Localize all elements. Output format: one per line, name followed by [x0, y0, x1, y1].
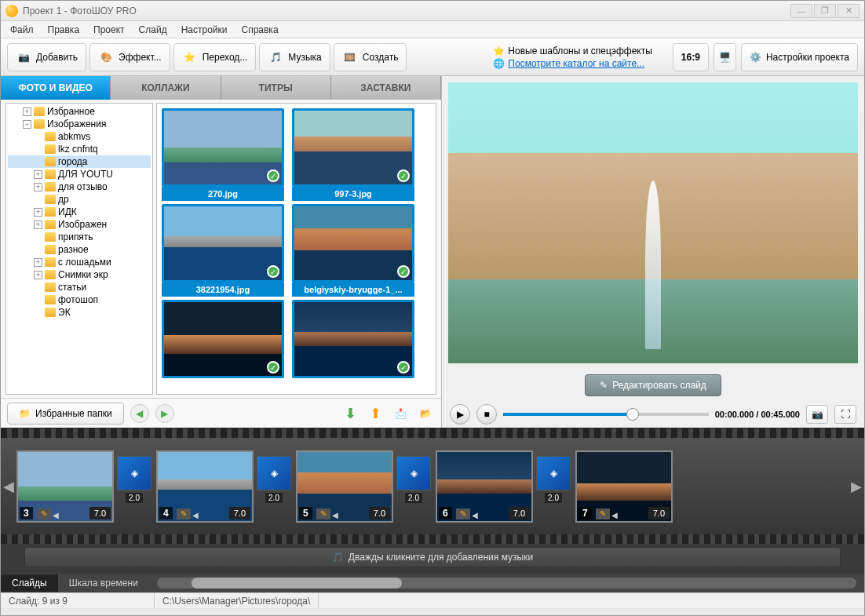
- timeline-slide[interactable]: 4✎◀7.0: [156, 450, 254, 523]
- add-button[interactable]: 📷Добавить: [7, 43, 86, 71]
- close-button[interactable]: ✕: [838, 4, 860, 18]
- left-panel: ФОТО И ВИДЕО КОЛЛАЖИ ТИТРЫ ЗАСТАВКИ +Изб…: [1, 76, 442, 428]
- thumbnail[interactable]: ✓belgiyskiy-bryugge-1_...: [292, 204, 414, 297]
- mail-button[interactable]: 📩: [391, 404, 410, 423]
- edit-slide-button[interactable]: ✎Редактировать слайд: [585, 374, 721, 396]
- stop-button[interactable]: ■: [476, 404, 497, 425]
- status-path: C:\Users\Manager\Pictures\города\: [155, 593, 319, 608]
- statusbar: Слайд: 9 из 9 C:\Users\Manager\Pictures\…: [1, 592, 864, 608]
- star-icon: ⭐: [493, 46, 505, 56]
- timeline-next-button[interactable]: ▶: [849, 428, 864, 544]
- thumbnail[interactable]: ✓: [162, 300, 284, 378]
- palette-icon: 🎨: [98, 49, 114, 65]
- upload-button[interactable]: ⬆: [366, 404, 385, 423]
- thumbnail-grid[interactable]: ✓270.jpg✓997-3.jpg✓38221954.jpg✓belgiysk…: [156, 103, 436, 395]
- transition[interactable]: ◈2.0: [117, 456, 151, 517]
- fullscreen-button[interactable]: ⛶: [834, 405, 856, 424]
- monitor-button[interactable]: 🖥️: [714, 43, 736, 71]
- tree-item[interactable]: +ДЛЯ YOUTU: [8, 168, 151, 180]
- timeline: ◀ ▶ 3✎◀7.0◈2.04✎◀7.0◈2.05✎◀7.0◈2.06✎◀7.0…: [1, 428, 864, 544]
- nav-back-button[interactable]: ◀: [130, 404, 149, 423]
- play-button[interactable]: ▶: [450, 404, 470, 425]
- timeline-tab-slides[interactable]: Слайды: [1, 574, 58, 592]
- timeline-slide[interactable]: 7✎◀7.0: [575, 450, 673, 523]
- tree-item[interactable]: +с лошадьми: [8, 256, 151, 268]
- tree-item[interactable]: статьи: [8, 281, 151, 293]
- maximize-button[interactable]: ❐: [814, 4, 836, 18]
- favorite-folders-button[interactable]: 📁Избранные папки: [7, 403, 124, 425]
- timeline-slide[interactable]: 3✎◀7.0: [16, 450, 114, 523]
- nav-forward-button[interactable]: ▶: [155, 404, 174, 423]
- tree-item[interactable]: припять: [8, 231, 151, 243]
- tree-item[interactable]: abkmvs: [8, 130, 151, 143]
- tab-photo-video[interactable]: ФОТО И ВИДЕО: [1, 76, 111, 100]
- tree-item[interactable]: +ИДК: [8, 206, 151, 218]
- transition[interactable]: ◈2.0: [536, 456, 571, 517]
- preview-area: [448, 82, 858, 363]
- timeline-slide[interactable]: 6✎◀7.0: [436, 450, 533, 523]
- tab-titles[interactable]: ТИТРЫ: [221, 76, 331, 100]
- folder-icon: 📁: [19, 408, 31, 419]
- menu-Слайд[interactable]: Слайд: [133, 22, 173, 38]
- transition[interactable]: ◈2.0: [396, 456, 431, 517]
- tree-item[interactable]: +Снимки экр: [8, 268, 151, 281]
- timeline-prev-button[interactable]: ◀: [1, 428, 16, 544]
- menu-Настройки[interactable]: Настройки: [175, 22, 234, 38]
- project-settings-button[interactable]: ⚙️Настройки проекта: [741, 43, 858, 71]
- menu-Файл[interactable]: Файл: [4, 22, 40, 38]
- menu-Правка[interactable]: Правка: [42, 22, 86, 38]
- tree-item[interactable]: др: [8, 193, 151, 206]
- status-slide-count: Слайд: 9 из 9: [1, 593, 155, 608]
- folder-tree[interactable]: +Избранное−Изображенияabkmvslkz cnfntqго…: [5, 103, 153, 395]
- timecode: 00:00.000 / 00:45.000: [715, 410, 800, 419]
- create-button[interactable]: 🎞️Создать: [334, 43, 407, 71]
- menu-Проект[interactable]: Проект: [87, 22, 131, 38]
- timeline-slide[interactable]: 5✎◀7.0: [296, 450, 393, 523]
- titlebar: Проект 1 - ФотоШОУ PRO — ❐ ✕: [1, 1, 864, 21]
- music-icon: 🎵: [332, 552, 344, 563]
- transition[interactable]: ◈2.0: [257, 456, 291, 517]
- window-title: Проект 1 - ФотоШОУ PRO: [23, 5, 790, 16]
- tree-item[interactable]: города: [8, 155, 151, 168]
- thumbnail[interactable]: ✓270.jpg: [162, 108, 284, 201]
- menu-Справка[interactable]: Справка: [235, 22, 284, 38]
- aspect-button[interactable]: 16:9: [673, 43, 709, 71]
- music-button[interactable]: 🎵Музыка: [259, 43, 330, 71]
- monitor-icon: 🖥️: [719, 52, 731, 63]
- transitions-button[interactable]: ⭐Переход...: [173, 43, 257, 71]
- main-toolbar: 📷Добавить 🎨Эффект... ⭐Переход... 🎵Музыка…: [1, 38, 864, 76]
- tree-item[interactable]: ЭК: [8, 306, 151, 319]
- music-track[interactable]: 🎵Дважды кликните для добавления музыки: [24, 547, 841, 567]
- seek-slider[interactable]: [503, 413, 709, 416]
- tree-item[interactable]: разное: [8, 243, 151, 256]
- catalog-link[interactable]: Посмотрите каталог на сайте...: [508, 58, 644, 69]
- effects-button[interactable]: 🎨Эффект...: [89, 43, 170, 71]
- music-icon: 🎵: [268, 49, 283, 65]
- timeline-tab-timeline[interactable]: Шкала времени: [58, 574, 149, 592]
- tips-box: ⭐Новые шаблоны и спецэффекты 🌐Посмотрите…: [493, 46, 652, 69]
- camera-icon: 📷: [812, 409, 823, 420]
- tree-item[interactable]: lkz cnfntq: [8, 143, 151, 155]
- folder-open-button[interactable]: 📂: [416, 404, 435, 423]
- globe-icon: 🌐: [493, 58, 505, 69]
- tree-item[interactable]: +для отзыво: [8, 180, 151, 193]
- tab-splash[interactable]: ЗАСТАВКИ: [331, 76, 441, 100]
- tree-item[interactable]: +Избранное: [8, 105, 151, 118]
- thumbnail[interactable]: ✓38221954.jpg: [162, 204, 284, 297]
- reel-icon: 🎞️: [342, 49, 358, 65]
- download-button[interactable]: ⬇: [341, 404, 360, 423]
- gear-icon: ⚙️: [750, 52, 761, 63]
- tree-item[interactable]: +Изображен: [8, 218, 151, 231]
- tree-item[interactable]: −Изображения: [8, 118, 151, 130]
- preview-panel: ✎Редактировать слайд ▶ ■ 00:00.000 / 00:…: [442, 76, 864, 428]
- tree-item[interactable]: фотошоп: [8, 293, 151, 306]
- thumbnail[interactable]: ✓: [292, 300, 414, 378]
- tab-collages[interactable]: КОЛЛАЖИ: [111, 76, 221, 100]
- fullscreen-icon: ⛶: [841, 409, 850, 420]
- pencil-icon: ✎: [600, 380, 608, 391]
- thumbnail[interactable]: ✓997-3.jpg: [292, 108, 414, 201]
- timeline-scrollbar[interactable]: [157, 578, 856, 589]
- snapshot-button[interactable]: 📷: [806, 405, 828, 424]
- menubar: ФайлПравкаПроектСлайдНастройкиСправка: [1, 21, 864, 38]
- minimize-button[interactable]: —: [790, 4, 812, 18]
